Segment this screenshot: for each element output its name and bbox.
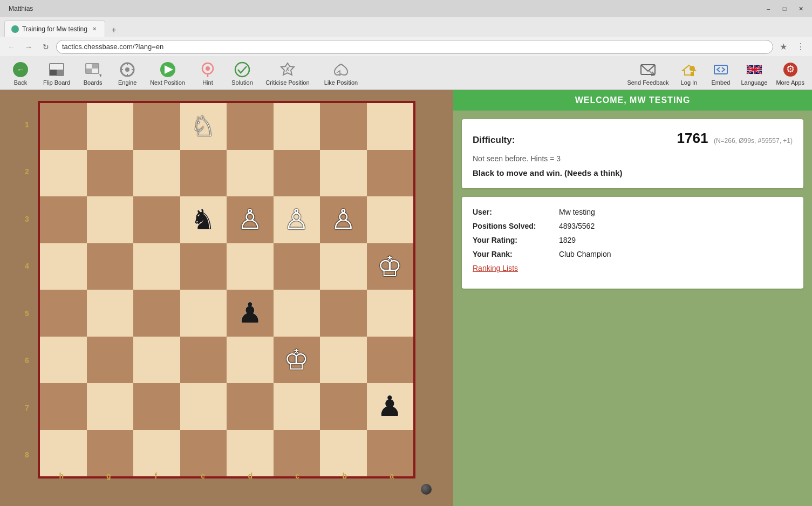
cell-c3[interactable]: ♙	[274, 196, 320, 243]
cell-e2[interactable]	[180, 150, 227, 197]
cell-a4[interactable]: ♔	[367, 243, 414, 290]
cell-b5[interactable]	[320, 290, 367, 337]
cell-h2[interactable]	[40, 150, 87, 197]
welcome-banner: WELCOME, MW TESTING	[453, 90, 812, 111]
cell-g1[interactable]	[87, 103, 134, 150]
back-tool[interactable]: ← Back	[4, 59, 37, 88]
hint-tool[interactable]: Hint	[192, 59, 224, 88]
cell-d4[interactable]	[227, 243, 274, 290]
more-apps-tool[interactable]: ⚙ More Apps	[773, 59, 808, 88]
embed-tool[interactable]: Embed	[706, 59, 735, 88]
cell-f3[interactable]	[133, 196, 180, 243]
cell-d5[interactable]: ♟	[227, 290, 274, 337]
cell-a6[interactable]	[367, 337, 414, 384]
cell-a1[interactable]	[367, 103, 414, 150]
cell-c5[interactable]	[274, 290, 320, 337]
cell-h1[interactable]	[40, 103, 87, 150]
cell-e6[interactable]	[180, 337, 227, 384]
cell-b6[interactable]	[320, 337, 367, 384]
cell-d6[interactable]	[227, 337, 274, 384]
solution-tool[interactable]: Solution	[226, 59, 258, 88]
panel-content: Difficulty: 1761 (N=266, Ø99s, #59557, +…	[453, 111, 812, 297]
cell-h5[interactable]	[40, 290, 87, 337]
criticise-tool[interactable]: ✗ Criticise Position	[261, 59, 315, 88]
col-label-c: c	[274, 468, 322, 484]
cell-e7[interactable]	[180, 383, 227, 430]
refresh-button[interactable]: ↻	[39, 40, 53, 54]
cell-e1[interactable]: ♘	[180, 103, 227, 150]
language-tool[interactable]: Language	[738, 59, 770, 88]
send-feedback-label: Send Feedback	[627, 79, 668, 86]
embed-label: Embed	[712, 79, 731, 86]
cell-f4[interactable]	[133, 243, 180, 290]
cell-d3[interactable]: ♙	[227, 196, 274, 243]
row-labels: 1 2 3 4 5 6 7 8	[16, 101, 38, 478]
stats-card: User: Mw testing Positions Solved: 4893/…	[462, 197, 803, 289]
cell-h6[interactable]	[40, 337, 87, 384]
cell-f7[interactable]	[133, 383, 180, 430]
cell-h4[interactable]	[40, 243, 87, 290]
rating-row: Your Rating: 1829	[473, 236, 793, 244]
cell-a5[interactable]	[367, 290, 414, 337]
active-tab[interactable]: Training for Mw testing ✕	[4, 20, 105, 37]
like-tool[interactable]: Like Position	[317, 59, 365, 88]
cell-a3[interactable]	[367, 196, 414, 243]
boards-label: Boards	[84, 79, 103, 86]
cell-b4[interactable]	[320, 243, 367, 290]
solution-icon	[234, 61, 251, 78]
cell-d1[interactable]	[227, 103, 274, 150]
row-label-2: 2	[16, 148, 38, 196]
solved-value: 4893/5562	[559, 222, 595, 230]
engine-tool[interactable]: Engine	[111, 59, 144, 88]
cell-d7[interactable]	[227, 383, 274, 430]
cell-d2[interactable]	[227, 150, 274, 197]
forward-button[interactable]: →	[22, 40, 36, 54]
new-tab-button[interactable]: +	[107, 24, 120, 37]
cell-c1[interactable]	[274, 103, 320, 150]
cell-e5[interactable]	[180, 290, 227, 337]
cell-f6[interactable]	[133, 337, 180, 384]
cell-c4[interactable]	[274, 243, 320, 290]
cell-f5[interactable]	[133, 290, 180, 337]
cell-g5[interactable]	[87, 290, 134, 337]
rating-label: Your Rating:	[473, 236, 559, 244]
cell-h7[interactable]	[40, 383, 87, 430]
cell-b7[interactable]	[320, 383, 367, 430]
url-input[interactable]	[56, 40, 773, 54]
language-icon	[746, 61, 763, 78]
cell-c6[interactable]: ♔	[274, 337, 320, 384]
cell-e3[interactable]: ♞	[180, 196, 227, 243]
cell-f2[interactable]	[133, 150, 180, 197]
cell-a2[interactable]	[367, 150, 414, 197]
svg-text:←: ←	[17, 65, 24, 74]
ranking-link[interactable]: Ranking Lists	[473, 264, 518, 272]
cell-a7[interactable]: ♟	[367, 383, 414, 430]
login-tool[interactable]: Log In	[674, 59, 704, 88]
cell-b2[interactable]	[320, 150, 367, 197]
cell-g7[interactable]	[87, 383, 134, 430]
cell-e4[interactable]	[180, 243, 227, 290]
cell-g3[interactable]	[87, 196, 134, 243]
minimize-button[interactable]: –	[761, 4, 775, 13]
back-button[interactable]: ←	[4, 40, 18, 54]
send-feedback-tool[interactable]: Send Feedback	[624, 59, 672, 88]
next-position-tool[interactable]: Next Position	[146, 59, 189, 88]
cell-f1[interactable]	[133, 103, 180, 150]
boards-tool[interactable]: ▾ Boards	[77, 59, 109, 88]
tab-close-button[interactable]: ✕	[91, 25, 98, 33]
bookmark-button[interactable]: ★	[776, 40, 790, 54]
cell-g6[interactable]	[87, 337, 134, 384]
cell-c2[interactable]	[274, 150, 320, 197]
flip-board-tool[interactable]: Flip Board	[39, 59, 74, 88]
cell-b1[interactable]	[320, 103, 367, 150]
menu-button[interactable]: ⋮	[794, 40, 808, 54]
cell-c7[interactable]	[274, 383, 320, 430]
next-position-icon	[159, 61, 176, 78]
cell-b3[interactable]: ♙	[320, 196, 367, 243]
cell-g2[interactable]	[87, 150, 134, 197]
cell-g4[interactable]	[87, 243, 134, 290]
maximize-button[interactable]: □	[777, 4, 791, 13]
close-button[interactable]: ✕	[794, 4, 808, 13]
col-label-b: b	[321, 468, 369, 484]
cell-h3[interactable]	[40, 196, 87, 243]
